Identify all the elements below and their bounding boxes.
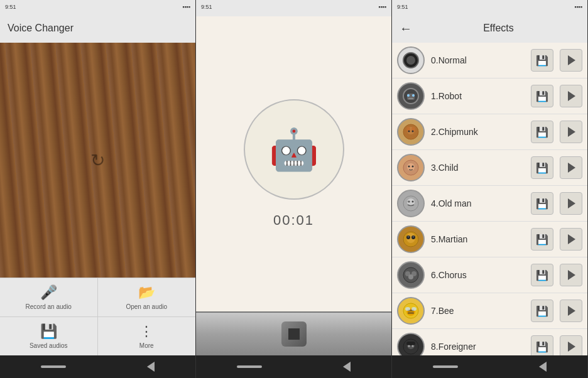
effect-play-chipmunk[interactable] — [560, 121, 582, 143]
svg-point-14 — [407, 163, 415, 171]
effects-list: 0.Normal 💾 1.Robot 💾 2.Chipmunk 💾 — [392, 43, 587, 355]
effect-play-chorus[interactable] — [560, 264, 582, 286]
back-button-effects[interactable]: ← — [400, 21, 412, 36]
svg-point-11 — [408, 131, 410, 132]
effect-item-martian: 5.Martian 💾 — [392, 222, 587, 257]
effect-item-chipmunk: 2.Chipmunk 💾 — [392, 114, 587, 150]
stop-square-icon — [288, 328, 300, 340]
effect-avatar-chorus — [397, 261, 425, 289]
play-icon-chipmunk — [568, 127, 575, 137]
svg-point-12 — [412, 131, 414, 132]
status-time-1: 9:51 — [5, 4, 16, 10]
home-bar-3[interactable] — [433, 365, 458, 368]
status-bar-2: 9:51 ▪▪▪▪ — [196, 0, 391, 14]
effect-avatar-normal — [397, 46, 425, 74]
stop-button[interactable] — [281, 321, 307, 347]
bottom-buttons: 🎤 Record an audio 📂 Open an audio 💾 Save… — [0, 278, 195, 355]
effect-avatar-chipmunk — [397, 118, 425, 146]
recording-content: 🤖 00:01 — [196, 16, 391, 311]
saved-audios-button[interactable]: 💾 Saved audios — [0, 317, 98, 355]
status-icons-1: ▪▪▪▪ — [182, 4, 190, 10]
effect-item-bee: 7.Bee 💾 — [392, 293, 587, 329]
nav-bar-2 — [196, 355, 391, 378]
open-label: Open an audio — [126, 303, 167, 310]
status-icons-2: ▪▪▪▪ — [378, 4, 386, 10]
app-header-1: Voice Changer — [0, 14, 195, 43]
stop-area — [196, 311, 391, 355]
effect-item-normal: 0.Normal 💾 — [392, 43, 587, 78]
folder-icon: 📂 — [138, 284, 155, 301]
effect-item-robot: 1.Robot 💾 — [392, 78, 587, 114]
status-time-3: 9:51 — [397, 4, 408, 10]
play-icon-bee — [568, 306, 575, 316]
svg-point-25 — [408, 236, 410, 238]
back-triangle-3[interactable] — [539, 362, 547, 372]
effect-save-oldman[interactable]: 💾 — [531, 192, 553, 215]
effect-name-martian: 5.Martian — [431, 234, 525, 244]
effect-play-oldman[interactable] — [560, 192, 582, 215]
robot-display-circle: 🤖 — [244, 99, 344, 200]
robot-icon: 🤖 — [269, 126, 319, 173]
nav-bar-1 — [0, 355, 195, 378]
effect-avatar-martian — [397, 225, 425, 253]
refresh-icon[interactable]: ↻ — [90, 150, 105, 171]
saved-label: Saved audios — [30, 342, 68, 349]
svg-point-35 — [405, 307, 410, 311]
home-bar-1[interactable] — [41, 365, 66, 368]
more-dots-icon: ⋮ — [139, 323, 153, 340]
effect-save-normal[interactable]: 💾 — [531, 49, 553, 72]
status-bar-1: 9:51 ▪▪▪▪ — [0, 0, 195, 14]
play-icon-child — [568, 163, 575, 173]
play-icon-robot — [568, 91, 575, 101]
effect-save-bee[interactable]: 💾 — [531, 300, 553, 322]
effect-avatar-bee — [397, 297, 425, 325]
effect-item-foreigner: 8.Foreigner 💾 — [392, 329, 587, 355]
effect-save-chorus[interactable]: 💾 — [531, 264, 553, 286]
svg-rect-6 — [408, 98, 413, 99]
svg-point-5 — [412, 94, 415, 97]
play-icon-chorus — [568, 270, 575, 280]
svg-point-15 — [408, 166, 410, 168]
back-triangle-1[interactable] — [147, 362, 155, 372]
effect-play-martian[interactable] — [560, 228, 582, 251]
effect-play-robot[interactable] — [560, 85, 582, 107]
effect-play-normal[interactable] — [560, 49, 582, 72]
main-content-1: ↻ — [0, 43, 195, 278]
svg-point-40 — [408, 345, 410, 347]
app-title: Voice Changer — [8, 23, 74, 34]
effect-name-chipmunk: 2.Chipmunk — [431, 127, 525, 137]
effect-save-robot[interactable]: 💾 — [531, 85, 553, 107]
effect-save-child[interactable]: 💾 — [531, 156, 553, 179]
microphone-icon: 🎤 — [40, 284, 57, 301]
effect-name-oldman: 4.Old man — [431, 198, 525, 208]
home-bar-2[interactable] — [237, 365, 262, 368]
svg-rect-34 — [408, 312, 414, 314]
effect-save-chipmunk[interactable]: 💾 — [531, 121, 553, 143]
effect-play-foreigner[interactable] — [560, 335, 582, 355]
effect-name-normal: 0.Normal — [431, 55, 525, 65]
effect-name-robot: 1.Robot — [431, 91, 525, 101]
svg-point-20 — [412, 201, 414, 203]
effect-play-bee[interactable] — [560, 300, 582, 322]
back-triangle-2[interactable] — [343, 362, 351, 372]
record-button[interactable]: 🎤 Record an audio — [0, 278, 98, 317]
effect-play-child[interactable] — [560, 156, 582, 179]
more-label: More — [139, 342, 154, 349]
open-audio-button[interactable]: 📂 Open an audio — [98, 278, 196, 317]
nav-bar-3 — [392, 355, 587, 378]
effect-name-chorus: 6.Chorus — [431, 270, 525, 280]
svg-point-36 — [411, 307, 416, 311]
status-time-2: 9:51 — [201, 4, 212, 10]
effect-avatar-oldman — [397, 190, 425, 217]
effects-title: Effects — [417, 23, 580, 34]
save-icon: 💾 — [40, 323, 57, 340]
play-icon-martian — [568, 234, 575, 244]
effect-save-foreigner[interactable]: 💾 — [531, 335, 553, 355]
effect-save-martian[interactable]: 💾 — [531, 228, 553, 251]
svg-rect-39 — [406, 342, 415, 345]
screen2-phone: 9:51 ▪▪▪▪ 🤖 00:01 — [196, 0, 392, 378]
svg-point-4 — [407, 94, 410, 97]
svg-point-30 — [408, 274, 413, 279]
effect-name-child: 3.Child — [431, 163, 525, 173]
more-button[interactable]: ⋮ More — [98, 317, 196, 355]
